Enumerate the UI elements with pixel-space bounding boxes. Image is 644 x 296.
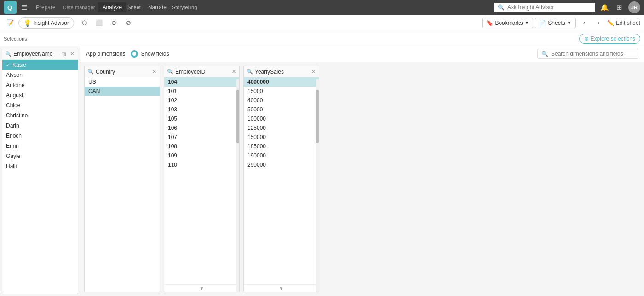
selection-lasso-icon[interactable]: ⬡ [78, 17, 91, 29]
yearly-sales-item-125000[interactable]: 125000 [244, 123, 319, 133]
show-fields-toggle-icon [131, 50, 138, 58]
yearly-sales-item-4000000[interactable]: 4000000 [244, 77, 319, 87]
yearly-sales-scroll-down[interactable]: ▼ [244, 284, 319, 292]
yearly-sales-item-150000[interactable]: 150000 [244, 133, 319, 142]
filter-item-enoch[interactable]: Enoch [2, 131, 78, 141]
filter-item-christine[interactable]: Christine [2, 110, 78, 121]
tab-prepare[interactable]: Prepare [31, 2, 60, 12]
filter-title: EmployeeName [13, 51, 59, 57]
explore-selections-button[interactable]: ⊕ Explore selections [579, 34, 640, 44]
employee-id-panel-header: 🔍 EmployeeID ✕ [164, 66, 239, 77]
svg-point-2 [132, 52, 136, 56]
notes-icon[interactable]: 📝 [4, 17, 17, 29]
sheets-button[interactable]: 📄 Sheets ▼ [535, 18, 575, 28]
employee-id-item-105[interactable]: 105 [164, 114, 239, 123]
filter-item-erinn[interactable]: Erinn [2, 141, 78, 151]
main-content: 🔍 EmployeeName 🗑 ✕ ✓ Kasie Alyson A [0, 46, 644, 296]
top-bar: Q ☰ Prepare Data manager Analyze Sheet N… [0, 0, 644, 15]
sheets-chevron-icon: ▼ [567, 20, 572, 25]
filter-item-gayle[interactable]: Gayle [2, 151, 78, 161]
nav-back-icon[interactable]: ‹ [578, 17, 591, 29]
yearly-sales-item-100000[interactable]: 100000 [244, 114, 319, 123]
edit-sheet-button[interactable]: ✏️ Edit sheet [607, 20, 640, 26]
employee-id-item-101[interactable]: 101 [164, 87, 239, 96]
employee-id-delete-button[interactable]: ✕ [231, 68, 236, 75]
yearly-sales-panel-header: 🔍 YearlySales ✕ [244, 66, 319, 77]
selection-confirm-icon[interactable]: ⊕ [107, 17, 120, 29]
yearly-sales-item-40000[interactable]: 40000 [244, 96, 319, 105]
tab-prepare-sub: Data manager [63, 5, 95, 10]
top-bar-right: 🔍 🔔 ⊞ JR [494, 1, 640, 13]
svg-text:Q: Q [7, 4, 12, 11]
employee-id-item-109[interactable]: 109 [164, 151, 239, 160]
dimensions-search-input[interactable] [551, 51, 634, 57]
selection-range-icon[interactable]: ⬜ [92, 17, 105, 29]
yearly-sales-item-15000[interactable]: 15000 [244, 87, 319, 96]
yearly-sales-scrollbar[interactable] [316, 79, 319, 292]
yearly-sales-search-icon: 🔍 [247, 69, 253, 75]
yearly-sales-item-185000[interactable]: 185000 [244, 142, 319, 151]
tab-narrate[interactable]: Narrate [144, 2, 171, 12]
filter-clear-icon[interactable]: ✕ [69, 50, 75, 58]
bookmarks-chevron-icon: ▼ [524, 20, 529, 25]
employee-id-item-103[interactable]: 103 [164, 105, 239, 114]
employee-id-item-110[interactable]: 110 [164, 160, 239, 169]
selections-bar: Selections ⊕ Explore selections [0, 31, 644, 46]
employee-id-panel: 🔍 EmployeeID ✕ 104 101 102 103 [164, 66, 240, 292]
search-icon-top: 🔍 [498, 4, 505, 11]
selections-label: Selections [4, 36, 27, 41]
yearly-sales-title: YearlySales [255, 69, 309, 75]
insight-advisor-button[interactable]: 💡 Insight Advisor [18, 17, 74, 29]
country-search-icon: 🔍 [87, 69, 94, 75]
filter-item-august[interactable]: August [2, 90, 78, 100]
filter-search-icon: 🔍 [5, 51, 12, 57]
country-panel: 🔍 Country ✕ US CAN [84, 66, 160, 292]
filter-item-halli[interactable]: Halli [2, 161, 78, 171]
selection-clear-icon[interactable]: ⊘ [122, 17, 135, 29]
bookmarks-button[interactable]: 🔖 Bookmarks ▼ [482, 18, 533, 28]
country-delete-button[interactable]: ✕ [152, 68, 157, 75]
yearly-sales-item-190000[interactable]: 190000 [244, 151, 319, 160]
yearly-sales-scroll-down-arrow: ▼ [279, 286, 284, 291]
yearly-sales-item-250000[interactable]: 250000 [244, 160, 319, 169]
country-item-us[interactable]: US [85, 77, 160, 87]
filter-item-antoine[interactable]: Antoine [2, 80, 78, 90]
yearly-sales-item-50000[interactable]: 50000 [244, 105, 319, 114]
tab-analyze[interactable]: Analyze [98, 2, 126, 12]
employee-id-scroll-down[interactable]: ▼ [164, 284, 239, 292]
employee-id-item-107[interactable]: 107 [164, 133, 239, 142]
notifications-icon[interactable]: 🔔 [599, 2, 610, 13]
filter-item-alyson[interactable]: Alyson [2, 70, 78, 80]
app-dimensions-bar: App dimensions Show fields 🔍 [80, 46, 644, 62]
toolbar-right: 🔖 Bookmarks ▼ 📄 Sheets ▼ ‹ › ✏️ Edit she… [482, 17, 640, 29]
employee-id-item-106[interactable]: 106 [164, 123, 239, 133]
grid-icon[interactable]: ⊞ [614, 2, 625, 13]
left-panel: 🔍 EmployeeName 🗑 ✕ ✓ Kasie Alyson A [0, 46, 80, 296]
yearly-sales-delete-button[interactable]: ✕ [311, 68, 316, 75]
app-logo[interactable]: Q [4, 1, 17, 14]
employee-id-item-102[interactable]: 102 [164, 96, 239, 105]
filter-header: 🔍 EmployeeName 🗑 ✕ [2, 48, 78, 60]
ask-insight-search[interactable]: 🔍 [494, 3, 595, 12]
country-item-can[interactable]: CAN [85, 87, 160, 96]
tab-analyze-sub: Sheet [127, 5, 141, 10]
app-menu-icon[interactable]: ☰ [18, 2, 29, 13]
filter-item-darin[interactable]: Darin [2, 121, 78, 131]
filter-item-kasie[interactable]: ✓ Kasie [2, 60, 78, 70]
filter-item-chloe[interactable]: Chloe [2, 100, 78, 110]
dimensions-panels: 🔍 Country ✕ US CAN 🔍 EmployeeID [80, 62, 644, 296]
employee-id-item-108[interactable]: 108 [164, 142, 239, 151]
nav-forward-icon[interactable]: › [592, 17, 605, 29]
dimensions-search[interactable]: 🔍 [537, 49, 638, 59]
employee-id-scrollbar[interactable] [236, 79, 239, 292]
yearly-sales-list: 4000000 15000 40000 50000 100000 [244, 77, 319, 284]
insight-icon: 💡 [23, 19, 31, 27]
show-fields-toggle[interactable]: Show fields [131, 50, 169, 58]
user-avatar[interactable]: JR [628, 1, 640, 13]
right-content: App dimensions Show fields 🔍 🔍 Country ✕ [80, 46, 644, 296]
employee-id-item-104[interactable]: 104 [164, 77, 239, 87]
explore-selections-icon: ⊕ [584, 35, 589, 42]
app-dimensions-label: App dimensions [86, 51, 125, 57]
search-input-top[interactable] [507, 4, 592, 11]
filter-delete-icon[interactable]: 🗑 [61, 50, 68, 58]
